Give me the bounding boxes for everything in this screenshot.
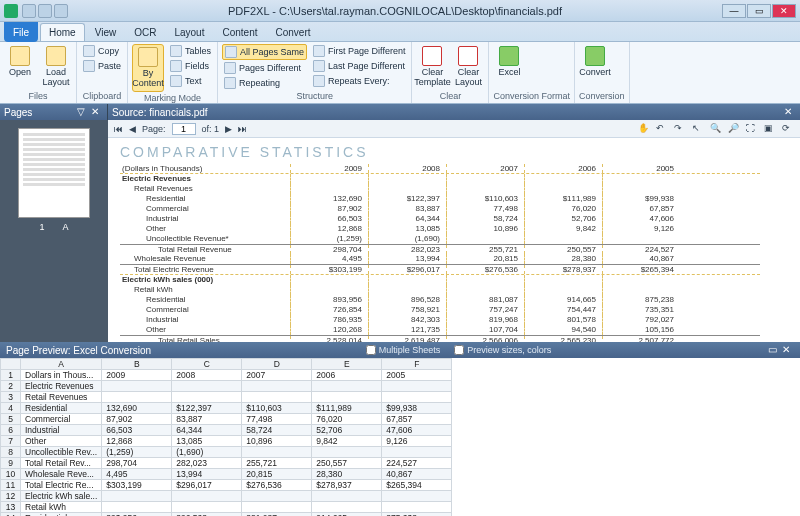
zoom-out-icon[interactable]: 🔍 (710, 123, 722, 135)
load-layout-icon (46, 46, 66, 66)
source-panel-header: Source: financials.pdf ✕ (108, 104, 800, 120)
ribbon-group-structure: All Pages Same Pages Different Repeating… (218, 42, 412, 103)
doc-heading: COMPARATIVE STATISTICS (120, 144, 788, 160)
group-label-convfmt: Conversion Format (493, 90, 570, 101)
minimize-button[interactable]: — (722, 4, 746, 18)
group-label-files: Files (4, 90, 72, 101)
file-tab[interactable]: File (4, 22, 38, 42)
panel-headers: Pages ▽✕ Source: financials.pdf ✕ (0, 104, 800, 120)
ribbon-group-clipboard: Copy Paste Clipboard (77, 42, 128, 103)
ribbon-tabs: File Home View OCR Layout Content Conver… (0, 22, 800, 42)
thumbnail-caption: 1 A (39, 222, 68, 232)
ribbon-group-conversion: Convert Conversion (575, 42, 630, 103)
repeats-every-button[interactable]: Repeats Every: (311, 74, 407, 88)
convert-button[interactable]: Convert (579, 44, 611, 80)
firstdiff-icon (313, 45, 325, 57)
fit-page-icon[interactable]: ▣ (764, 123, 776, 135)
tables-button[interactable]: Tables (168, 44, 213, 58)
last-page-diff-button[interactable]: Last Page Different (311, 59, 407, 73)
group-label-marking: Marking Mode (132, 92, 213, 103)
page-thumbnail[interactable] (18, 128, 90, 218)
excel-format-button[interactable]: Excel (493, 44, 525, 80)
document-canvas[interactable]: COMPARATIVE STATISTICS (Dollars in Thous… (108, 138, 800, 342)
ribbon-group-clear: Clear Template Clear Layout Clear (412, 42, 489, 103)
by-content-icon (138, 47, 158, 67)
open-button[interactable]: Open (4, 44, 36, 80)
filter-icon[interactable]: ▽ (77, 106, 89, 118)
rotate-icon[interactable]: ⟳ (782, 123, 794, 135)
tab-view[interactable]: View (87, 24, 125, 41)
tables-icon (170, 45, 182, 57)
last-page-icon[interactable]: ⏭ (238, 124, 247, 134)
qat-redo-icon[interactable] (54, 4, 68, 18)
copy-icon (83, 45, 95, 57)
maximize-button[interactable]: ▭ (747, 4, 771, 18)
load-layout-button[interactable]: Load Layout (40, 44, 72, 90)
page-number-input[interactable] (172, 123, 196, 135)
by-content-button[interactable]: By Content (132, 44, 164, 92)
close-button[interactable]: ✕ (772, 4, 796, 18)
first-page-diff-button[interactable]: First Page Different (311, 44, 407, 58)
text-icon (170, 75, 182, 87)
repeating-button[interactable]: Repeating (222, 76, 307, 90)
clear-layout-icon (458, 46, 478, 66)
pages-panel: 1 A (0, 120, 108, 342)
hand-tool-icon[interactable]: ✋ (638, 123, 650, 135)
pagesdiff-icon (224, 62, 236, 74)
clear-template-icon (422, 46, 442, 66)
clear-template-button[interactable]: Clear Template (416, 44, 448, 90)
excel-preview-grid[interactable]: ABCDEF1Dollars in Thous...20092008200720… (0, 358, 800, 516)
quick-access-toolbar (22, 4, 68, 18)
first-page-icon[interactable]: ⏮ (114, 124, 123, 134)
lastdiff-icon (313, 60, 325, 72)
undo-icon[interactable]: ↶ (656, 123, 668, 135)
ribbon: Open Load Layout Files Copy Paste Clipbo… (0, 42, 800, 104)
paste-icon (83, 60, 95, 72)
fit-width-icon[interactable]: ⛶ (746, 123, 758, 135)
next-page-icon[interactable]: ▶ (225, 124, 232, 134)
app-icon (4, 4, 18, 18)
clear-layout-button[interactable]: Clear Layout (452, 44, 484, 90)
document-toolbar: ⏮ ◀ Page: of: 1 ▶ ⏭ ✋ ↶ ↷ ↖ 🔍 🔎 ⛶ ▣ ⟳ (108, 120, 800, 138)
ribbon-group-marking: By Content Tables Fields Text Marking Mo… (128, 42, 218, 103)
window-title: PDF2XL - C:\Users\tal.rayman.COGNILOCAL\… (68, 5, 722, 17)
copy-button[interactable]: Copy (81, 44, 123, 58)
tab-convert[interactable]: Convert (267, 24, 318, 41)
paste-button[interactable]: Paste (81, 59, 123, 73)
close-panel-icon[interactable]: ✕ (91, 106, 103, 118)
group-label-clipboard: Clipboard (81, 90, 123, 101)
repeating-icon (224, 77, 236, 89)
allpages-icon (225, 46, 237, 58)
fields-icon (170, 60, 182, 72)
main-area: 1 A ⏮ ◀ Page: of: 1 ▶ ⏭ ✋ ↶ ↷ ↖ 🔍 🔎 ⛶ (0, 120, 800, 342)
open-icon (10, 46, 30, 66)
convert-icon (585, 46, 605, 66)
zoom-in-icon[interactable]: 🔎 (728, 123, 740, 135)
preview-panel-header: Page Preview: Excel Conversion Multiple … (0, 342, 800, 358)
tab-ocr[interactable]: OCR (126, 24, 164, 41)
group-label-structure: Structure (222, 90, 407, 101)
text-button[interactable]: Text (168, 74, 213, 88)
fields-button[interactable]: Fields (168, 59, 213, 73)
pdf-table: (Dollars in Thousands) 20092008200720062… (120, 164, 760, 342)
qat-undo-icon[interactable] (38, 4, 52, 18)
pages-panel-header: Pages ▽✕ (0, 104, 108, 120)
group-label-conversion: Conversion (579, 90, 625, 101)
repeatsevery-icon (313, 75, 325, 87)
qat-save-icon[interactable] (22, 4, 36, 18)
prev-page-icon[interactable]: ◀ (129, 124, 136, 134)
preview-sizes-checkbox[interactable]: Preview sizes, colors (454, 345, 551, 355)
redo-icon[interactable]: ↷ (674, 123, 686, 135)
tab-home[interactable]: Home (40, 23, 85, 41)
all-pages-same-button[interactable]: All Pages Same (222, 44, 307, 60)
multiple-sheets-checkbox[interactable]: Multiple Sheets (366, 345, 441, 355)
tab-content[interactable]: Content (214, 24, 265, 41)
ribbon-group-conversion-format: Excel Conversion Format (489, 42, 575, 103)
tab-layout[interactable]: Layout (166, 24, 212, 41)
document-viewer: ⏮ ◀ Page: of: 1 ▶ ⏭ ✋ ↶ ↷ ↖ 🔍 🔎 ⛶ ▣ ⟳ CO (108, 120, 800, 342)
pointer-icon[interactable]: ↖ (692, 123, 704, 135)
preview-options-icon[interactable]: ▭ (768, 344, 780, 356)
pages-different-button[interactable]: Pages Different (222, 61, 307, 75)
preview-close-icon[interactable]: ✕ (782, 344, 794, 356)
close-source-icon[interactable]: ✕ (784, 106, 796, 118)
